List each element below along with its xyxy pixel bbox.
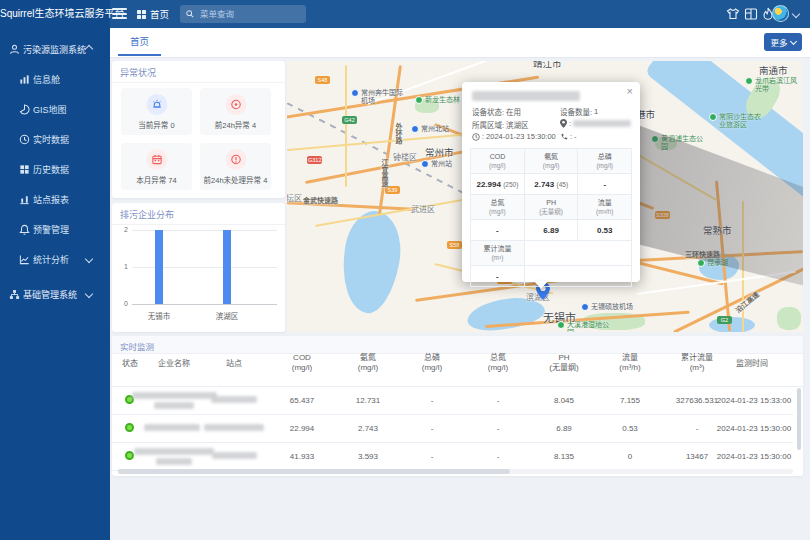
sidebar-section-pollution-system[interactable]: 污染源监测系统 [0,38,110,60]
pie-map-icon [18,103,30,115]
sidebar-item-statistics[interactable]: 统计分析 [0,248,110,270]
more-button[interactable]: 更多 [764,33,802,51]
nav-home-label: 首页 [150,7,169,21]
redacted-address [573,120,631,127]
station-info-popup: × 设备状态:在用 设备数量:1 所属区域:滨湖区 : :2024-01-23 … [462,82,640,282]
x-axis-category: 无锡市 [134,310,184,321]
app-logo: Squirrel生态环境云服务平台 [0,0,110,28]
phone-icon [560,133,568,141]
user-avatar[interactable] [772,5,789,22]
sidebar-item-realtime-data[interactable]: 实时数据 [0,128,110,150]
map-poi-station: 常州站 [421,160,452,168]
redacted-station-title [472,91,580,101]
map-park [777,307,801,330]
layout-screenshot-icon[interactable] [744,7,758,21]
sidebar-item-info-cabin[interactable]: 信息舱 [0,68,110,90]
map-district-label: 武进区 [411,203,435,214]
theme-skin-icon[interactable] [726,7,740,21]
y-axis-tick: 0 [114,300,128,307]
park-icon [415,96,423,104]
grid-squares-icon [18,163,30,175]
submenu-expand-icon[interactable] [85,255,93,263]
siren-icon [146,94,167,115]
realtime-monitor-panel: 实时监测 状态 企业名称 站点 COD(mg/l) 氨氮(mg/l) 总磷(mg… [112,336,803,476]
redacted-station [211,396,257,403]
map-roadname-label: 金武快速路 [303,195,338,205]
home-grid-icon [137,10,146,19]
vertical-scrollbar[interactable] [797,388,801,450]
stat-card-month-abnormal[interactable]: 本月异常 74 [121,143,192,190]
nav-home[interactable]: 首页 [137,7,169,21]
map-poi-park: 新龙生态林 [415,96,460,104]
clock-icon [472,133,480,141]
bar-chart-icon [18,73,30,85]
monitor-header: 实时监测 [112,336,803,354]
status-online-dot [125,451,134,460]
tab-home[interactable]: 首页 [118,28,161,56]
location-pin-icon [560,119,567,128]
bar-无锡市 [155,230,163,304]
calendar-icon [146,149,167,170]
map-city-label: 靖江市 [533,61,562,70]
map-district-label: 钟楼区 [393,151,417,162]
map-lake-shanghu [709,317,755,332]
y-axis-tick: 2 [114,226,128,233]
user-menu-chevron-icon[interactable] [792,10,800,18]
section-expand-icon[interactable] [85,290,93,298]
stat-card-24h-abnormal[interactable]: 前24h异常 4 [200,88,271,135]
map-poi-park: 常阴沙生态农业旅游区 [709,113,763,129]
time-field: :2024-01-23 15:30:00 [472,132,556,141]
topbar: Squirrel生态环境云服务平台 首页 [0,0,810,28]
stat-card-unhandled-abnormal[interactable]: 前24h未处理异常 4 [200,143,271,190]
region-field: 所属区域:滨湖区 [472,119,529,130]
x-axis-category: 滨湖区 [202,310,252,321]
search-icon [186,10,194,18]
section-collapse-icon[interactable] [85,45,93,53]
menu-search[interactable] [180,5,306,23]
table-row[interactable]: 65.437 12.731 - - 8.045 7.155 327636.531… [112,386,793,415]
map-city-label: 常州市 [425,145,454,159]
address-field: : [560,119,631,128]
redacted-station [204,424,264,431]
menu-toggle-icon[interactable] [112,8,127,20]
search-input[interactable] [198,8,300,20]
status-panel-header: 异常状况 [112,61,285,83]
horizontal-scrollbar[interactable] [118,469,793,474]
sidebar-item-station-report[interactable]: 站点报表 [0,188,110,210]
map-road [345,65,347,187]
transit-icon [581,303,589,311]
sidebar-item-history-data[interactable]: 历史数据 [0,158,110,180]
status-panel: 异常状况 当前异常 0 前24h异常 4 本月异常 74 前24h未处理异常 4 [112,61,285,198]
map-roadname-label: 沿江高速 [733,289,761,315]
sidebar-item-gis-map[interactable]: GIS地图 [0,98,110,120]
map-poi-park: 大溪港湿地公园 [557,321,611,332]
device-count-field: 设备数量:1 [560,106,598,117]
sidebar-item-alert-management[interactable]: 预警管理 [0,218,110,240]
enterprise-distribution-chart: 排污企业分布 012无锡市滨湖区 [112,203,285,332]
status-online-dot [125,423,134,432]
table-row[interactable]: 22.994 2.743 - - 6.89 0.53 - 2024-01-23 … [112,414,793,443]
y-axis-tick: 1 [114,263,128,270]
sitemap-icon [8,288,20,300]
bell-icon [18,223,30,235]
sidebar: 污染源监测系统 信息舱 GIS地图 实时数据 历史数据 [0,28,110,540]
route-badge: S48 [315,76,330,84]
phone-field: :- [560,132,577,141]
popup-measure-table: COD(mg/l) 氨氮(mg/l) 总磷(mg/l) 22.994 (250)… [470,148,632,287]
warning-circle-icon [225,149,246,170]
transit-icon [421,160,429,168]
map-poi-station: 常州北站 [411,125,449,133]
table-row[interactable]: 41.933 3.593 - - 8.135 0 13467 2024-01-2… [112,442,793,471]
redacted-company [132,392,217,399]
chart-header: 排污企业分布 [112,203,285,225]
stat-card-current-abnormal[interactable]: 当前异常 0 [121,88,192,135]
map-poi-airport: 无锡硕放机场 [581,303,633,311]
app-root: Squirrel生态环境云服务平台 首页 [0,0,810,540]
popup-close-icon[interactable]: × [627,85,633,97]
tabbar: 首页 更多 [110,28,810,58]
sidebar-section-base-system[interactable]: 基础管理系统 [0,283,110,305]
redacted-company [134,448,214,455]
map-roadname-label: 江宜高速 [379,159,389,187]
park-icon [557,321,565,329]
map-city-label: 南通市 [759,63,788,77]
